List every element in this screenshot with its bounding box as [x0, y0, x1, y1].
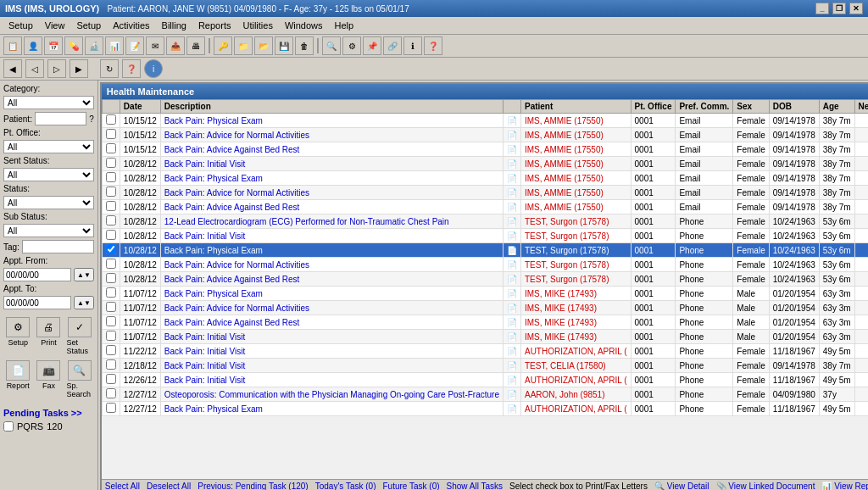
table-row[interactable]: 10/28/12 Back Pain: Initial Visit 📄 IMS,…	[102, 157, 868, 171]
row-desc-link[interactable]: Back Pain: Advice for Normal Activities	[164, 260, 309, 270]
row-checkbox-cell[interactable]	[102, 171, 120, 186]
appt-to-input[interactable]	[3, 296, 71, 309]
tb-btn-13[interactable]: 📂	[254, 36, 273, 55]
menu-utilities[interactable]: Utilities	[237, 19, 277, 32]
today-task-link[interactable]: Today's Task (0)	[315, 482, 376, 490]
row-icon[interactable]: 📄	[503, 128, 520, 142]
row-checkbox[interactable]	[106, 201, 116, 211]
row-icon[interactable]: 📄	[503, 387, 520, 402]
row-icon[interactable]: 📄	[503, 171, 520, 186]
table-row[interactable]: 10/28/12 Back Pain: Advice Against Bed R…	[102, 272, 868, 287]
row-checkbox-cell[interactable]	[102, 373, 120, 387]
row-checkbox-cell[interactable]	[102, 402, 120, 416]
col-description[interactable]: Description	[160, 100, 503, 114]
row-description[interactable]: Back Pain: Initial Visit	[160, 344, 503, 359]
tag-input[interactable]	[22, 240, 94, 253]
nav-info[interactable]: i	[144, 59, 163, 78]
row-description[interactable]: Back Pain: Advice Against Bed Rest	[160, 200, 503, 214]
row-patient[interactable]: IMS, MIKE (17493)	[520, 301, 631, 315]
col-age[interactable]: Age	[819, 100, 854, 114]
tb-btn-14[interactable]: 💾	[275, 36, 293, 55]
row-checkbox[interactable]	[106, 114, 116, 125]
row-checkbox[interactable]	[106, 331, 116, 341]
row-desc-link[interactable]: Back Pain: Advice for Normal Activities	[164, 303, 309, 313]
row-desc-link[interactable]: Back Pain: Advice Against Bed Rest	[164, 203, 300, 212]
row-checkbox[interactable]	[106, 287, 116, 298]
tb-btn-2[interactable]: 👤	[24, 36, 42, 55]
row-patient[interactable]: IMS, AMMIE (17550)	[520, 171, 631, 186]
row-description[interactable]: Back Pain: Physical Exam	[160, 243, 503, 258]
row-description[interactable]: Back Pain: Physical Exam	[160, 171, 503, 186]
fax-button[interactable]: 📠 Fax	[34, 359, 63, 400]
tb-btn-18[interactable]: 📌	[363, 36, 381, 55]
row-patient[interactable]: TEST, Surgon (17578)	[520, 214, 631, 229]
col-pt-office[interactable]: Pt. Office	[631, 100, 676, 114]
row-doc-icon[interactable]: 📄	[507, 318, 517, 327]
row-patient[interactable]: AARON, John (9851)	[520, 387, 631, 402]
row-icon[interactable]: 📄	[503, 402, 520, 416]
tb-btn-16[interactable]: 🔍	[322, 36, 341, 55]
col-dob[interactable]: DOB	[769, 100, 819, 114]
tb-btn-8[interactable]: ✉	[146, 36, 164, 55]
prev-pending-link[interactable]: Previous: Pending Task (120)	[198, 482, 308, 490]
row-doc-icon[interactable]: 📄	[507, 376, 517, 385]
row-checkbox-cell[interactable]	[102, 142, 120, 157]
col-next-appt[interactable]: Next Appt.	[854, 100, 868, 114]
menu-billing[interactable]: Billing	[157, 19, 192, 32]
row-desc-link[interactable]: Back Pain: Physical Exam	[164, 174, 263, 183]
row-doc-icon[interactable]: 📄	[507, 404, 517, 414]
row-doc-icon[interactable]: 📄	[507, 131, 517, 140]
row-desc-link[interactable]: Back Pain: Advice for Normal Activities	[164, 131, 309, 140]
row-description[interactable]: Back Pain: Advice for Normal Activities	[160, 128, 503, 142]
future-task-link[interactable]: Future Task (0)	[382, 482, 439, 490]
row-checkbox-cell[interactable]	[102, 114, 120, 128]
row-description[interactable]: Back Pain: Physical Exam	[160, 287, 503, 301]
row-checkbox-cell[interactable]	[102, 186, 120, 200]
row-checkbox[interactable]	[106, 345, 116, 355]
row-patient[interactable]: TEST, Surgon (17578)	[520, 243, 631, 258]
row-doc-icon[interactable]: 📄	[507, 203, 517, 212]
row-icon[interactable]: 📄	[503, 272, 520, 287]
view-linked-link[interactable]: 📎 View Linked Document	[716, 482, 815, 490]
row-checkbox[interactable]	[106, 158, 116, 168]
table-row[interactable]: 12/27/12 Osteoporosis: Communication wit…	[102, 387, 868, 402]
close-button[interactable]: ✕	[849, 3, 863, 14]
row-checkbox-cell[interactable]	[102, 243, 120, 258]
row-desc-link[interactable]: Back Pain: Initial Visit	[164, 332, 245, 342]
row-checkbox-cell[interactable]	[102, 272, 120, 287]
report-button[interactable]: 📄 Report	[3, 359, 32, 400]
sent-status-select[interactable]: All	[3, 168, 94, 181]
row-icon[interactable]: 📄	[503, 359, 520, 373]
row-checkbox-cell[interactable]	[102, 330, 120, 344]
table-row[interactable]: 10/15/12 Back Pain: Physical Exam 📄 IMS,…	[102, 114, 868, 128]
col-patient[interactable]: Patient	[520, 100, 631, 114]
row-desc-link[interactable]: Back Pain: Physical Exam	[164, 404, 263, 414]
row-desc-link[interactable]: Back Pain: Initial Visit	[164, 376, 245, 385]
setup-button[interactable]: ⚙ Setup	[3, 315, 32, 357]
status-select[interactable]: All	[3, 196, 94, 209]
row-checkbox[interactable]	[106, 316, 116, 326]
row-patient[interactable]: AUTHORIZATION, APRIL (	[520, 402, 631, 416]
row-icon[interactable]: 📄	[503, 157, 520, 171]
table-row[interactable]: 11/22/12 Back Pain: Initial Visit 📄 AUTH…	[102, 344, 868, 359]
nav-back2[interactable]: ◁	[25, 59, 44, 78]
restore-button[interactable]: ❐	[832, 3, 846, 14]
row-icon[interactable]: 📄	[503, 243, 520, 258]
row-doc-icon[interactable]: 📄	[507, 217, 517, 226]
nav-fwd[interactable]: ▷	[47, 59, 66, 78]
row-icon[interactable]: 📄	[503, 301, 520, 315]
row-description[interactable]: Back Pain: Initial Visit	[160, 157, 503, 171]
tb-btn-15[interactable]: 🗑	[295, 36, 314, 55]
row-icon[interactable]: 📄	[503, 114, 520, 128]
row-checkbox-cell[interactable]	[102, 258, 120, 272]
table-row[interactable]: 10/28/12 Back Pain: Physical Exam 📄 IMS,…	[102, 171, 868, 186]
row-doc-icon[interactable]: 📄	[507, 260, 517, 270]
row-checkbox[interactable]	[106, 388, 116, 398]
row-icon[interactable]: 📄	[503, 200, 520, 214]
tb-btn-17[interactable]: ⚙	[342, 36, 361, 55]
table-row[interactable]: 10/28/12 Back Pain: Advice for Normal Ac…	[102, 186, 868, 200]
row-icon[interactable]: 📄	[503, 258, 520, 272]
row-checkbox[interactable]	[106, 215, 116, 226]
row-patient[interactable]: TEST, CELIA (17580)	[520, 359, 631, 373]
row-description[interactable]: Back Pain: Physical Exam	[160, 402, 503, 416]
